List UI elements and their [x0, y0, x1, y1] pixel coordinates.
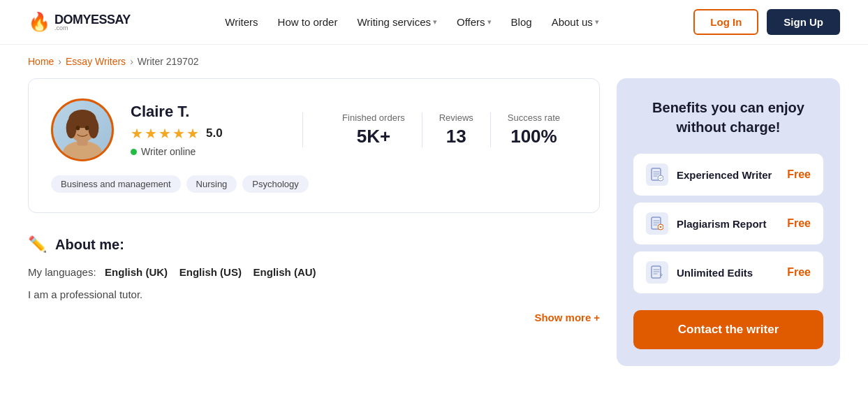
breadcrumb: Home › Essay Writers › Writer 219702 — [0, 45, 868, 78]
chevron-down-icon: ▾ — [595, 17, 599, 27]
pencil-icon: ✏️ — [28, 235, 47, 254]
svg-point-7 — [76, 126, 80, 131]
breadcrumb-sep-1: › — [58, 56, 61, 67]
tag-business: Business and management — [51, 175, 181, 193]
online-dot-icon — [131, 149, 137, 155]
language-au: English (AU) — [253, 266, 316, 278]
left-column: Claire T. ★★★★★ 5.0 Writer online Finish… — [28, 78, 600, 323]
about-title-text: About me: — [55, 237, 124, 253]
nav-about-us[interactable]: About us ▾ — [552, 16, 599, 28]
avatar — [51, 98, 114, 161]
writer-card: Claire T. ★★★★★ 5.0 Writer online Finish… — [28, 78, 600, 213]
online-status: Writer online — [131, 146, 286, 157]
main-content: Claire T. ★★★★★ 5.0 Writer online Finish… — [0, 78, 868, 394]
writer-info: Claire T. ★★★★★ 5.0 Writer online — [131, 103, 286, 157]
avatar-image — [53, 98, 112, 161]
document-icon-1 — [646, 163, 668, 186]
nav-how-to-order[interactable]: How to order — [278, 16, 338, 28]
svg-point-5 — [66, 117, 77, 138]
writer-tags: Business and management Nursing Psycholo… — [51, 175, 577, 193]
stat-reviews-label: Reviews — [439, 112, 473, 123]
avatar-wrap — [51, 98, 114, 161]
about-bio: I am a professional tutor. — [28, 286, 600, 303]
nav-blog[interactable]: Blog — [511, 16, 532, 28]
chevron-down-icon: ▾ — [487, 17, 492, 27]
nav-offers[interactable]: Offers ▾ — [457, 16, 492, 28]
contact-writer-button[interactable]: Contact the writer — [633, 310, 823, 349]
show-more-button[interactable]: Show more + — [534, 312, 600, 323]
breadcrumb-home[interactable]: Home — [28, 56, 54, 67]
header: 🔥 DOMYESSAY .com Writers How to order Wr… — [0, 0, 868, 45]
online-status-text: Writer online — [141, 146, 196, 157]
plus-icon: + — [594, 312, 600, 323]
stat-finished-value: 5K+ — [342, 126, 405, 147]
writer-rating: 5.0 — [206, 126, 223, 140]
benefits-title: Benefits you can enjoy without charge! — [633, 98, 823, 137]
stat-reviews-value: 13 — [439, 126, 473, 147]
document-icon-2 — [646, 212, 668, 235]
languages-row: My languages: English (UK) English (US) … — [28, 266, 600, 278]
stat-finished-orders: Finished orders 5K+ — [325, 112, 422, 147]
document-icon-3 — [646, 261, 668, 284]
benefits-sidebar: Benefits you can enjoy without charge! E… — [617, 78, 840, 366]
tag-nursing: Nursing — [186, 175, 237, 193]
header-buttons: Log In Sign Up — [693, 9, 840, 35]
svg-point-6 — [88, 117, 98, 138]
show-more-text: Show more — [534, 312, 591, 323]
benefit-free-1: Free — [787, 168, 811, 181]
main-nav: Writers How to order Writing services ▾ … — [225, 16, 599, 28]
language-us: English (US) — [179, 266, 242, 278]
benefits-card: Benefits you can enjoy without charge! E… — [617, 78, 840, 366]
benefit-label-2: Plagiarism Report — [677, 218, 766, 230]
logo-flame-icon: 🔥 — [28, 11, 50, 33]
benefit-experienced-writer: Experienced Writer Free — [633, 154, 823, 196]
languages-label: My languages: — [28, 266, 96, 278]
stat-success-rate: Success rate 100% — [491, 112, 577, 147]
benefit-label-1: Experienced Writer — [677, 169, 772, 181]
stat-success-value: 100% — [508, 126, 560, 147]
writer-stats: Finished orders 5K+ Reviews 13 Success r… — [302, 112, 577, 147]
logo[interactable]: 🔥 DOMYESSAY .com — [28, 11, 131, 33]
nav-writers[interactable]: Writers — [225, 16, 258, 28]
benefit-left-3: Unlimited Edits — [646, 261, 753, 284]
benefit-free-2: Free — [787, 217, 811, 230]
about-section: ✏️ About me: My languages: English (UK) … — [28, 213, 600, 303]
tag-psychology: Psychology — [242, 175, 308, 193]
signup-button[interactable]: Sign Up — [767, 9, 840, 35]
benefit-unlimited-edits: Unlimited Edits Free — [633, 251, 823, 293]
benefit-label-3: Unlimited Edits — [677, 267, 753, 279]
login-button[interactable]: Log In — [693, 9, 758, 35]
about-title: ✏️ About me: — [28, 235, 600, 254]
nav-writing-services[interactable]: Writing services ▾ — [357, 16, 437, 28]
svg-point-8 — [85, 126, 89, 131]
benefit-plagiarism-report: Plagiarism Report Free — [633, 203, 823, 244]
breadcrumb-current: Writer 219702 — [138, 56, 199, 67]
writer-header: Claire T. ★★★★★ 5.0 Writer online Finish… — [51, 98, 577, 161]
benefit-free-3: Free — [787, 266, 811, 279]
breadcrumb-sep-2: › — [130, 56, 133, 67]
chevron-down-icon: ▾ — [433, 17, 437, 27]
stat-finished-label: Finished orders — [342, 112, 405, 123]
benefit-left-2: Plagiarism Report — [646, 212, 766, 235]
stat-success-label: Success rate — [508, 112, 560, 123]
language-uk: English (UK) — [105, 266, 168, 278]
stat-reviews: Reviews 13 — [422, 112, 491, 147]
writer-name: Claire T. — [131, 103, 286, 121]
benefit-left-1: Experienced Writer — [646, 163, 772, 186]
writer-stars: ★★★★★ — [131, 125, 200, 142]
breadcrumb-essay-writers[interactable]: Essay Writers — [66, 56, 126, 67]
